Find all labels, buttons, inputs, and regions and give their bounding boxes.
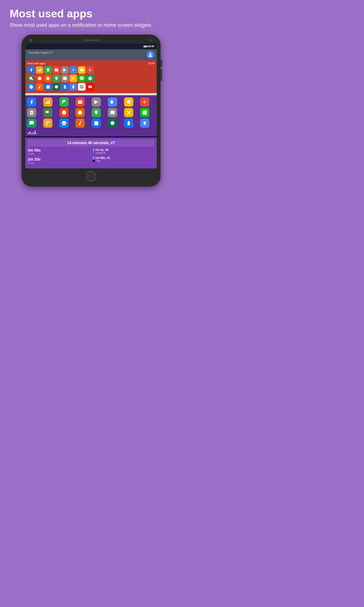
app-icon-wear[interactable] (69, 83, 77, 91)
widget-icon-battery2[interactable] (124, 119, 133, 128)
widget-icon-line[interactable] (140, 108, 149, 117)
stat-time-1: 3m 56s (28, 148, 89, 153)
svg-rect-14 (73, 85, 74, 86)
widget-icon-adsense[interactable] (124, 97, 133, 107)
widget-icon-onetap[interactable] (59, 108, 69, 117)
app-icon-firefox[interactable] (44, 75, 52, 82)
widget-area: ⋮ (25, 95, 157, 137)
widget-icon-gplus[interactable] (140, 97, 149, 107)
widget-icon-qr[interactable] (43, 119, 52, 128)
stats-grid: 3m 56s 12:00 2m 33s 11:00 1 7m 2s, #5 (28, 148, 154, 166)
svg-rect-18 (49, 100, 50, 104)
svg-rect-24 (46, 122, 47, 122)
app-icon-facebook[interactable] (27, 66, 35, 74)
stat-time-2: 2m 33s (28, 157, 89, 162)
status-time: 08:00 (148, 45, 154, 48)
widget-row-3 (27, 119, 155, 128)
stats-widget: 14 minutes 40 seconds, #7 3m 56s 12:00 2… (25, 137, 157, 168)
sub-title: Show most used apps on a notification or… (10, 22, 172, 28)
widget-icon-facebook[interactable] (27, 97, 36, 107)
app-icon-row-3 (27, 83, 155, 91)
widget-icon-firefox[interactable] (75, 108, 85, 117)
header-section: Most used apps Show most used apps on a … (0, 0, 182, 32)
app-icon-battery2[interactable] (61, 83, 69, 91)
svg-point-6 (32, 79, 33, 80)
app-icon-calendar[interactable] (44, 83, 52, 91)
app-icon-playstore[interactable] (61, 66, 69, 74)
app-icon-gmail[interactable] (53, 66, 60, 74)
app-icon-hangouts[interactable] (86, 75, 94, 82)
widget-icon-calendar[interactable] (92, 119, 101, 128)
app-icon-starbucks[interactable] (53, 83, 60, 91)
phone-top (25, 39, 157, 42)
app-icon-youtube[interactable] (86, 83, 94, 91)
phone-wrapper: 08:00 Thursday, August 27 Most used apps… (0, 35, 182, 186)
stat-rank-time-2: 2 1m 58s, #2 (93, 156, 154, 159)
widget-icon-wear[interactable] (140, 119, 149, 128)
more-options-icon[interactable]: ⋮ (150, 130, 154, 134)
chart-bar-4 (33, 132, 34, 134)
widget-icon-gmail[interactable] (75, 97, 85, 107)
avatar-icon (147, 51, 154, 59)
app-icon-sdmaid[interactable] (27, 75, 35, 82)
widget-icon-music[interactable] (75, 119, 85, 128)
app-icon-row-1 (27, 66, 155, 74)
svg-point-21 (78, 110, 82, 115)
widget-icon-gmaps[interactable] (92, 108, 101, 117)
widget-icon-camera[interactable] (108, 108, 117, 117)
widget-icon-feedly[interactable] (59, 97, 69, 107)
facebook-label: Facebook (96, 152, 106, 154)
notification-header: Thursday, August 27 (25, 49, 157, 60)
chart-bar-1 (28, 132, 29, 134)
svg-rect-17 (47, 101, 48, 104)
speaker (83, 40, 100, 41)
widget-icon-playstore[interactable] (92, 97, 101, 107)
app-icon-epson[interactable] (78, 83, 86, 91)
svg-rect-22 (143, 110, 147, 115)
notification-card: Most used apps 20:08 (25, 60, 157, 93)
app-icon-line[interactable] (78, 75, 86, 82)
svg-rect-20 (46, 111, 49, 113)
app-icon-feedly[interactable] (44, 66, 52, 74)
app-icon-gmaps[interactable] (53, 75, 60, 82)
app-icon-messenger[interactable] (27, 83, 35, 91)
widget-icon-sdmaid[interactable] (43, 108, 52, 117)
main-title: Most used apps (10, 8, 172, 20)
stat-app-name-2: Uber (93, 159, 154, 162)
widget-icon-hangouts[interactable] (27, 119, 36, 128)
svg-rect-13 (72, 86, 74, 88)
svg-rect-8 (47, 86, 50, 89)
phone-bottom (25, 168, 157, 182)
app-icon-onetap[interactable] (36, 75, 43, 82)
app-icon-camera[interactable] (61, 75, 69, 82)
widget-icon-trash[interactable] (27, 108, 36, 117)
widget-icon-starbucks[interactable] (108, 119, 117, 128)
app-icon-chrome[interactable] (69, 66, 77, 74)
svg-rect-0 (38, 70, 39, 72)
svg-rect-34 (144, 122, 146, 125)
svg-rect-26 (49, 122, 49, 122)
chart-bars (28, 130, 37, 134)
stat-rank-item-2: 2 1m 58s, #2 Uber (93, 156, 154, 162)
widget-icon-chrome[interactable] (108, 97, 117, 107)
app-icon-pinwheel[interactable] (69, 75, 77, 82)
app-icon-row-2 (27, 75, 155, 82)
svg-rect-16 (46, 102, 47, 104)
vol-up-button[interactable] (160, 60, 162, 67)
app-icon-stats[interactable] (36, 66, 43, 74)
stat-item-2: 2m 33s 11:00 (28, 157, 89, 164)
stat-hour-1: 12:00 (28, 153, 89, 155)
vol-down-button[interactable] (160, 69, 162, 81)
svg-rect-2 (40, 68, 41, 72)
widget-bottom-bar: ⋮ (27, 129, 155, 134)
widget-icon-pinwheel[interactable] (124, 108, 133, 117)
home-button[interactable] (86, 171, 96, 182)
widget-icon-stats[interactable] (43, 97, 52, 107)
app-icon-gplus[interactable] (86, 66, 94, 74)
app-icon-adsense[interactable] (78, 66, 86, 74)
svg-rect-4 (29, 77, 32, 79)
stats-right: 1 7m 2s, #5 Facebook 2 1m 58s, #2 Uber (91, 148, 154, 166)
app-icon-music[interactable] (36, 83, 43, 91)
svg-rect-15 (73, 88, 74, 89)
widget-icon-messenger[interactable] (59, 119, 69, 128)
